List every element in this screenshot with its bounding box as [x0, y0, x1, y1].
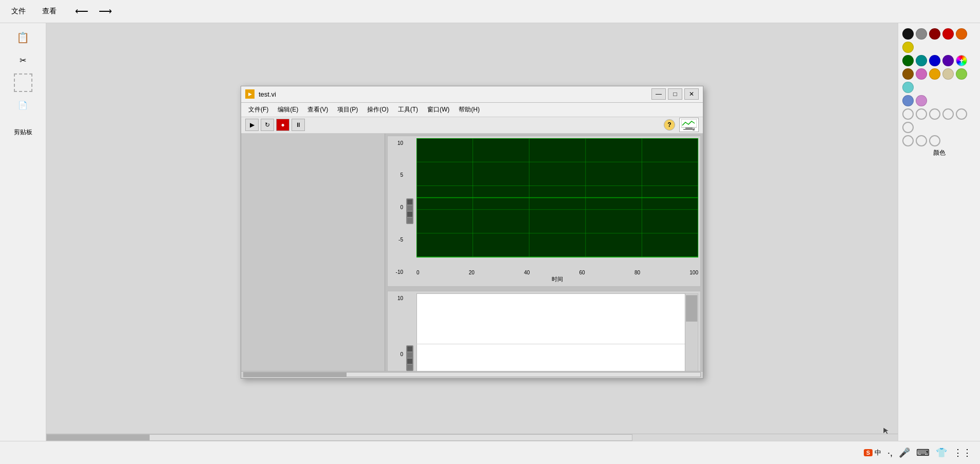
lv-toolbar: ▶ ↻ ● ⏸ ? 2 — [241, 117, 703, 134]
color-black[interactable] — [902, 28, 914, 40]
punctuation-icon[interactable]: ·, — [887, 448, 893, 458]
os-scrollbar-thumb[interactable] — [47, 435, 150, 440]
pause-button[interactable]: ⏸ — [292, 119, 305, 131]
os-toolbar: 文件 查看 ⟵ ⟶ — [0, 0, 980, 23]
sogou-ime[interactable]: S 中 — [864, 448, 881, 457]
sogou-badge[interactable]: S — [864, 449, 873, 456]
color-outline-4[interactable] — [942, 108, 954, 120]
color-cornflower[interactable] — [902, 95, 914, 106]
color-outline-5[interactable] — [956, 108, 967, 120]
color-row-3 — [902, 108, 976, 133]
maximize-button[interactable]: □ — [668, 88, 682, 100]
color-teal[interactable] — [916, 55, 927, 66]
chart1-y-axis-icon — [404, 138, 415, 285]
svg-rect-8 — [407, 218, 412, 223]
chart1-x-labels: 0 20 40 60 80 100 — [416, 270, 698, 275]
color-lightblue[interactable] — [902, 82, 914, 93]
ime-chinese-label[interactable]: 中 — [875, 448, 881, 457]
main-area: ▶ test.vi — □ ✕ 文件(F) 编辑(E) 查看(V) 项目(P) … — [46, 23, 898, 441]
color-outline-6[interactable] — [902, 122, 914, 133]
chart2-y-0: 0 — [400, 351, 403, 357]
menu-dots-icon[interactable]: ⋮⋮ — [953, 447, 972, 458]
color-pink[interactable] — [916, 68, 927, 80]
lv-graphs: 10 5 0 -5 -10 — [385, 134, 703, 371]
copy-icon[interactable]: 📄 — [14, 96, 32, 115]
chart-2-container: 10 0 -10 — [388, 291, 700, 370]
color-blue[interactable] — [929, 55, 940, 66]
lv-content: 10 5 0 -5 -10 — [241, 134, 703, 371]
chart1-y-10: 10 — [397, 140, 403, 146]
chart2-y-axis-icon — [404, 293, 415, 370]
chart1-x-80: 80 — [634, 270, 640, 275]
color-row-1 — [902, 28, 976, 53]
clipboard-label: 剪贴板 — [14, 128, 32, 137]
lv-left-panel — [241, 134, 385, 371]
menu-window[interactable]: 窗口(W) — [423, 104, 453, 115]
skin-icon[interactable]: 👕 — [936, 447, 947, 458]
help-icon[interactable]: ? — [664, 119, 675, 131]
chart1-x-20: 20 — [469, 270, 475, 275]
chart2-svg-wrap: 0 20 40 60 80 100 时间 — [416, 293, 698, 370]
color-outline-2[interactable] — [916, 108, 927, 120]
menu-edit[interactable]: 编辑(E) — [274, 104, 302, 115]
color-red[interactable] — [942, 28, 954, 40]
color-lightgreen[interactable] — [956, 68, 967, 80]
keyboard-icon[interactable]: ⌨ — [916, 447, 930, 458]
selection-icon[interactable] — [14, 73, 32, 92]
minimize-button[interactable]: — — [651, 88, 666, 100]
microphone-icon[interactable]: 🎤 — [899, 447, 910, 458]
svg-rect-28 — [686, 295, 697, 322]
color-darkred[interactable] — [929, 28, 940, 40]
menu-tools[interactable]: 工具(T) — [394, 104, 422, 115]
redo-icon[interactable]: ⟶ — [99, 6, 112, 17]
lv-horizontal-scrollbar[interactable] — [241, 371, 703, 378]
resource-monitor-icon[interactable]: 2 — [679, 118, 699, 132]
color-yellow[interactable] — [902, 42, 914, 53]
lv-scrollbar-thumb[interactable] — [244, 373, 347, 377]
chart1-x-40: 40 — [524, 270, 530, 275]
color-row-2b — [902, 95, 976, 106]
color-orange[interactable] — [956, 28, 967, 40]
menu-view[interactable]: 查看(V) — [303, 104, 332, 115]
color-outline-3[interactable] — [929, 108, 940, 120]
os-horizontal-scrollbar[interactable] — [46, 434, 898, 441]
scissors-icon[interactable]: ✂ — [14, 51, 32, 69]
color-row-3b — [902, 135, 976, 146]
os-scrollbar-track[interactable] — [46, 434, 632, 441]
lv-titlebar: ▶ test.vi — □ ✕ — [241, 86, 703, 103]
color-purple[interactable] — [942, 55, 954, 66]
color-brown[interactable] — [902, 68, 914, 80]
os-menu-view[interactable]: 查看 — [39, 5, 60, 18]
color-lavender[interactable] — [916, 95, 927, 106]
close-button[interactable]: ✕ — [684, 88, 699, 100]
color-outline-1[interactable] — [902, 108, 914, 120]
color-green[interactable] — [902, 55, 914, 66]
svg-rect-23 — [407, 359, 412, 364]
color-gray[interactable] — [916, 28, 927, 40]
menu-operate[interactable]: 操作(O) — [363, 104, 392, 115]
run-continuous-button[interactable]: ↻ — [261, 119, 274, 131]
os-menu-file[interactable]: 文件 — [8, 5, 29, 18]
chart1-y-5: 5 — [400, 172, 403, 178]
clipboard-icon[interactable]: 📋 — [14, 28, 32, 47]
menu-file[interactable]: 文件(F) — [244, 104, 273, 115]
color-outline-9[interactable] — [929, 135, 940, 146]
color-gold[interactable] — [929, 68, 940, 80]
lv-scrollbar-track[interactable] — [243, 372, 701, 377]
svg-rect-6 — [407, 206, 412, 211]
run-button[interactable]: ▶ — [245, 119, 259, 131]
color-outline-7[interactable] — [902, 135, 914, 146]
color-wheel-btn[interactable]: + — [956, 55, 967, 66]
chart-2-panel: 10 0 -10 — [387, 291, 701, 370]
svg-text:2: 2 — [693, 127, 695, 131]
color-outline-8[interactable] — [916, 135, 927, 146]
svg-rect-7 — [407, 212, 412, 217]
chart-1-container: 10 5 0 -5 -10 — [388, 136, 700, 287]
menu-help[interactable]: 帮助(H) — [455, 104, 484, 115]
undo-icon[interactable]: ⟵ — [75, 6, 88, 17]
stop-button[interactable]: ● — [276, 119, 289, 131]
color-tan[interactable] — [942, 68, 954, 80]
menu-project[interactable]: 项目(P) — [333, 104, 362, 115]
chart1-y-labels: 10 5 0 -5 -10 — [390, 138, 404, 285]
color-row-2 — [902, 68, 976, 93]
